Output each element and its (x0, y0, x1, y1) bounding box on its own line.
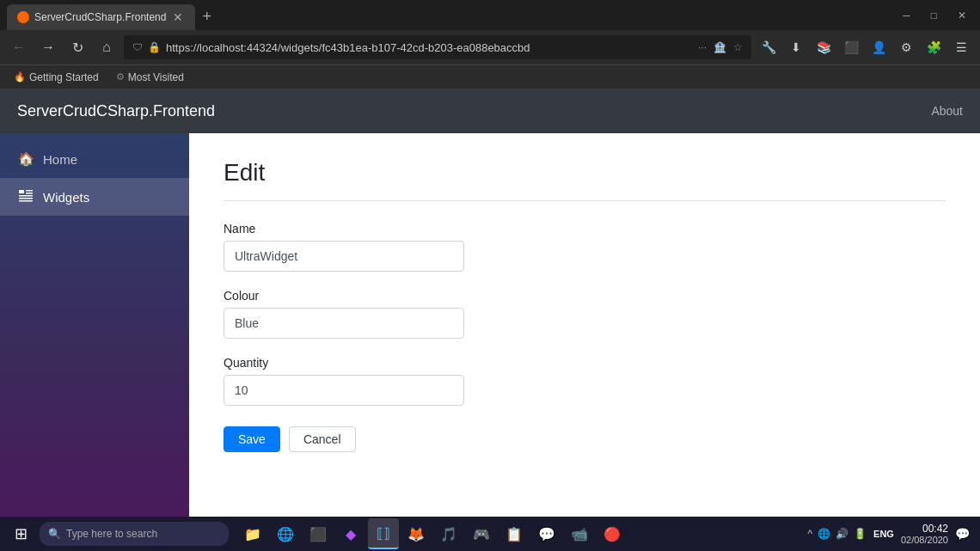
quantity-label: Quantity (224, 356, 464, 370)
bookmark-getting-started[interactable]: 🔥 Getting Started (7, 70, 106, 85)
nav-right-icons: 🔧 ⬇ 📚 ⬛ 👤 ⚙ 🧩 ☰ (756, 35, 973, 59)
cancel-button[interactable]: Cancel (289, 426, 356, 452)
star-icon[interactable]: ☆ (733, 41, 743, 53)
back-button[interactable]: ← (7, 35, 31, 59)
taskbar-red-app[interactable]: 🔴 (597, 518, 628, 549)
language-badge[interactable]: ENG (873, 529, 894, 539)
zoom-icon: 📹 (571, 526, 588, 542)
name-label: Name (224, 222, 464, 236)
purple-app-icon: 📋 (505, 526, 523, 542)
sidebar-item-widgets[interactable]: Widgets (0, 178, 189, 216)
svg-rect-5 (19, 200, 33, 202)
spotify-icon: 🎵 (440, 526, 457, 542)
clock-date: 02/08/2020 (901, 535, 948, 545)
colour-label: Colour (224, 289, 464, 303)
sidebar-item-home[interactable]: 🏠 Home (0, 140, 189, 178)
taskbar: ⊞ 🔍 Type here to search 📁 🌐 ⬛ ◆ ⟦⟧ 🦊 (0, 517, 980, 551)
taskbar-steam[interactable]: 🎮 (466, 518, 497, 549)
url-text: https://localhost:44324/widgets/fc43b1ea… (166, 41, 693, 54)
page-title: Edit (224, 159, 946, 201)
widgets-icon (17, 188, 34, 205)
taskbar-terminal[interactable]: ⬛ (303, 518, 334, 549)
bookmark-most-visited[interactable]: ⚙ Most Visited (109, 70, 191, 85)
file-manager-icon: 📁 (244, 526, 261, 542)
about-link[interactable]: About (931, 104, 963, 118)
security-icon: 🛡 (132, 41, 143, 53)
tab-close-button[interactable]: ✕ (171, 10, 185, 24)
home-icon: 🏠 (17, 150, 34, 168)
main-content: Edit Name Colour Quantity Save Cancel (189, 133, 980, 517)
taskbar-firefox[interactable]: 🦊 (401, 518, 432, 549)
taskbar-vscode[interactable]: ⟦⟧ (368, 518, 399, 549)
tray-network-icon[interactable]: 🌐 (818, 528, 830, 540)
minimize-button[interactable]: ─ (896, 8, 917, 23)
name-input[interactable] (224, 241, 464, 272)
library-button[interactable]: 📚 (812, 35, 836, 59)
firefox-icon: 🦊 (407, 526, 425, 542)
lock-icon: 🔒 (148, 41, 161, 53)
taskbar-zoom[interactable]: 📹 (564, 518, 595, 549)
download-button[interactable]: ⬇ (784, 35, 808, 59)
profile-button[interactable]: 👤 (867, 35, 891, 59)
settings-button[interactable]: ⚙ (894, 35, 918, 59)
tray-volume-icon[interactable]: 🔊 (836, 528, 848, 540)
name-form-group: Name (224, 222, 464, 272)
whatsapp-icon: 💬 (538, 526, 555, 542)
tray-caret-icon[interactable]: ^ (807, 528, 812, 540)
addons-button[interactable]: 🧩 (922, 35, 946, 59)
bookmark-label-gs: Getting Started (29, 71, 99, 83)
tools-button[interactable]: 🔧 (756, 35, 781, 59)
tray-icons: ^ 🌐 🔊 🔋 (807, 528, 867, 540)
pocket-icon[interactable]: 🏦 (714, 41, 726, 53)
refresh-button[interactable]: ↻ (65, 35, 89, 59)
dots-icon: ··· (698, 41, 707, 53)
bookmark-icon-mv: ⚙ (116, 71, 125, 83)
taskbar-spotify[interactable]: 🎵 (433, 518, 464, 549)
quantity-form-group: Quantity (224, 356, 464, 406)
quantity-input[interactable] (224, 375, 464, 406)
app-area: ServerCrudCSharp.Frontend About 🏠 Home (0, 89, 980, 517)
svg-rect-4 (19, 198, 33, 199)
taskbar-search-box[interactable]: 🔍 Type here to search (40, 522, 229, 546)
synced-tabs-button[interactable]: ⬛ (839, 35, 863, 59)
vscode-icon: ⟦⟧ (377, 525, 390, 542)
tab-title: ServerCrudCSharp.Frontend (34, 11, 166, 23)
sidebar: 🏠 Home Widgets (0, 133, 189, 517)
nav-bar: ← → ↻ ⌂ 🛡 🔒 https://localhost:44324/widg… (0, 30, 980, 64)
form-actions: Save Cancel (224, 426, 946, 452)
address-bar[interactable]: 🛡 🔒 https://localhost:44324/widgets/fc43… (124, 35, 751, 59)
taskbar-vs[interactable]: ◆ (335, 518, 366, 549)
search-placeholder: Type here to search (66, 528, 157, 540)
tray-battery-icon: 🔋 (854, 528, 867, 540)
bookmark-icon-gs: 🔥 (14, 71, 26, 83)
clock-time: 00:42 (901, 523, 948, 535)
colour-input[interactable] (224, 308, 464, 339)
svg-rect-2 (26, 193, 33, 194)
colour-form-group: Colour (224, 289, 464, 339)
home-button[interactable]: ⌂ (95, 35, 119, 59)
notification-icon[interactable]: 💬 (955, 527, 970, 541)
save-button[interactable]: Save (224, 426, 280, 452)
vs-icon: ◆ (346, 526, 356, 542)
taskbar-apps: 📁 🌐 ⬛ ◆ ⟦⟧ 🦊 🎵 🎮 📋 (237, 518, 628, 549)
taskbar-whatsapp[interactable]: 💬 (531, 518, 562, 549)
bookmark-label-mv: Most Visited (128, 71, 184, 83)
maximize-button[interactable]: □ (924, 8, 944, 23)
close-button[interactable]: ✕ (951, 8, 973, 23)
taskbar-app-purple[interactable]: 📋 (499, 518, 530, 549)
menu-button[interactable]: ☰ (949, 35, 973, 59)
system-clock[interactable]: 00:42 02/08/2020 (901, 523, 948, 545)
sidebar-widgets-label: Widgets (43, 190, 89, 205)
sidebar-home-label: Home (43, 152, 77, 167)
app-brand: ServerCrudCSharp.Frontend (17, 102, 215, 120)
taskbar-file-manager[interactable]: 📁 (237, 518, 268, 549)
browser-tab[interactable]: ServerCrudCSharp.Frontend ✕ (7, 4, 195, 30)
system-tray: ^ 🌐 🔊 🔋 ENG 00:42 02/08/2020 💬 (807, 523, 977, 545)
svg-rect-0 (19, 190, 24, 193)
tab-favicon (17, 11, 29, 23)
forward-button[interactable]: → (36, 35, 60, 59)
start-button[interactable]: ⊞ (3, 518, 38, 549)
app-body: 🏠 Home Widgets (0, 133, 980, 517)
taskbar-chrome[interactable]: 🌐 (270, 518, 301, 549)
new-tab-button[interactable]: + (195, 8, 218, 26)
